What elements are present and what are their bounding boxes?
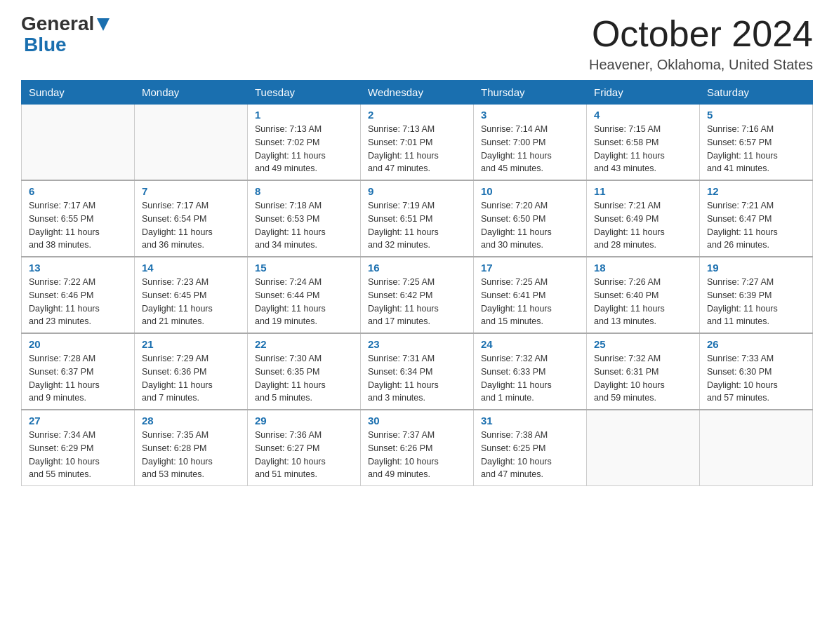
day-info: Sunrise: 7:22 AM Sunset: 6:46 PM Dayligh…	[29, 276, 127, 328]
calendar-cell	[22, 105, 135, 181]
calendar-cell: 12Sunrise: 7:21 AM Sunset: 6:47 PM Dayli…	[700, 180, 813, 257]
day-info: Sunrise: 7:14 AM Sunset: 7:00 PM Dayligh…	[481, 123, 579, 175]
page-header: General Blue October 2024 Heavener, Okla…	[21, 14, 813, 73]
day-number: 10	[481, 185, 579, 197]
day-info: Sunrise: 7:20 AM Sunset: 6:50 PM Dayligh…	[481, 199, 579, 252]
calendar-cell	[700, 410, 813, 486]
calendar-cell: 17Sunrise: 7:25 AM Sunset: 6:41 PM Dayli…	[474, 257, 587, 333]
day-number: 25	[594, 338, 692, 350]
day-info: Sunrise: 7:17 AM Sunset: 6:54 PM Dayligh…	[142, 199, 240, 252]
day-number: 13	[29, 262, 127, 274]
day-number: 28	[142, 415, 240, 427]
calendar-cell: 30Sunrise: 7:37 AM Sunset: 6:26 PM Dayli…	[361, 410, 474, 486]
calendar-cell: 10Sunrise: 7:20 AM Sunset: 6:50 PM Dayli…	[474, 180, 587, 257]
calendar-cell: 11Sunrise: 7:21 AM Sunset: 6:49 PM Dayli…	[587, 180, 700, 257]
location-text: Heavener, Oklahoma, United States	[589, 57, 813, 73]
day-info: Sunrise: 7:32 AM Sunset: 6:31 PM Dayligh…	[594, 352, 692, 405]
day-number: 31	[481, 415, 579, 427]
calendar-cell: 23Sunrise: 7:31 AM Sunset: 6:34 PM Dayli…	[361, 333, 474, 410]
calendar-cell: 18Sunrise: 7:26 AM Sunset: 6:40 PM Dayli…	[587, 257, 700, 333]
day-info: Sunrise: 7:21 AM Sunset: 6:49 PM Dayligh…	[594, 199, 692, 252]
day-number: 4	[594, 109, 692, 121]
day-number: 12	[707, 185, 805, 197]
day-info: Sunrise: 7:32 AM Sunset: 6:33 PM Dayligh…	[481, 352, 579, 405]
day-info: Sunrise: 7:13 AM Sunset: 7:01 PM Dayligh…	[368, 123, 466, 175]
calendar-cell: 20Sunrise: 7:28 AM Sunset: 6:37 PM Dayli…	[22, 333, 135, 410]
day-info: Sunrise: 7:30 AM Sunset: 6:35 PM Dayligh…	[255, 352, 353, 405]
day-number: 24	[481, 338, 579, 350]
calendar-cell: 1Sunrise: 7:13 AM Sunset: 7:02 PM Daylig…	[248, 105, 361, 181]
calendar-cell: 27Sunrise: 7:34 AM Sunset: 6:29 PM Dayli…	[22, 410, 135, 486]
calendar-cell: 14Sunrise: 7:23 AM Sunset: 6:45 PM Dayli…	[135, 257, 248, 333]
day-info: Sunrise: 7:34 AM Sunset: 6:29 PM Dayligh…	[29, 429, 127, 481]
calendar-cell: 13Sunrise: 7:22 AM Sunset: 6:46 PM Dayli…	[22, 257, 135, 333]
col-sunday: Sunday	[22, 81, 135, 105]
day-info: Sunrise: 7:37 AM Sunset: 6:26 PM Dayligh…	[368, 429, 466, 481]
day-number: 7	[142, 185, 240, 197]
day-info: Sunrise: 7:13 AM Sunset: 7:02 PM Dayligh…	[255, 123, 353, 175]
day-number: 19	[707, 262, 805, 274]
logo-arrow-icon	[95, 17, 111, 32]
calendar-table: Sunday Monday Tuesday Wednesday Thursday…	[21, 80, 813, 486]
calendar-cell: 31Sunrise: 7:38 AM Sunset: 6:25 PM Dayli…	[474, 410, 587, 486]
day-info: Sunrise: 7:24 AM Sunset: 6:44 PM Dayligh…	[255, 276, 353, 328]
col-saturday: Saturday	[700, 81, 813, 105]
title-section: October 2024 Heavener, Oklahoma, United …	[589, 14, 813, 73]
calendar-cell	[135, 105, 248, 181]
col-wednesday: Wednesday	[361, 81, 474, 105]
day-number: 21	[142, 338, 240, 350]
calendar-week-row: 13Sunrise: 7:22 AM Sunset: 6:46 PM Dayli…	[22, 257, 813, 333]
day-number: 26	[707, 338, 805, 350]
calendar-cell: 5Sunrise: 7:16 AM Sunset: 6:57 PM Daylig…	[700, 105, 813, 181]
calendar-cell: 7Sunrise: 7:17 AM Sunset: 6:54 PM Daylig…	[135, 180, 248, 257]
calendar-cell: 8Sunrise: 7:18 AM Sunset: 6:53 PM Daylig…	[248, 180, 361, 257]
day-info: Sunrise: 7:17 AM Sunset: 6:55 PM Dayligh…	[29, 199, 127, 252]
calendar-cell	[587, 410, 700, 486]
day-info: Sunrise: 7:27 AM Sunset: 6:39 PM Dayligh…	[707, 276, 805, 328]
day-number: 16	[368, 262, 466, 274]
month-title: October 2024	[589, 14, 813, 54]
day-info: Sunrise: 7:21 AM Sunset: 6:47 PM Dayligh…	[707, 199, 805, 252]
calendar-cell: 25Sunrise: 7:32 AM Sunset: 6:31 PM Dayli…	[587, 333, 700, 410]
day-info: Sunrise: 7:33 AM Sunset: 6:30 PM Dayligh…	[707, 352, 805, 405]
calendar-cell: 29Sunrise: 7:36 AM Sunset: 6:27 PM Dayli…	[248, 410, 361, 486]
calendar-cell: 26Sunrise: 7:33 AM Sunset: 6:30 PM Dayli…	[700, 333, 813, 410]
day-info: Sunrise: 7:26 AM Sunset: 6:40 PM Dayligh…	[594, 276, 692, 328]
calendar-header-row: Sunday Monday Tuesday Wednesday Thursday…	[22, 81, 813, 105]
day-number: 23	[368, 338, 466, 350]
calendar-cell: 3Sunrise: 7:14 AM Sunset: 7:00 PM Daylig…	[474, 105, 587, 181]
day-info: Sunrise: 7:25 AM Sunset: 6:42 PM Dayligh…	[368, 276, 466, 328]
day-number: 30	[368, 415, 466, 427]
day-number: 2	[368, 109, 466, 121]
day-number: 27	[29, 415, 127, 427]
calendar-cell: 15Sunrise: 7:24 AM Sunset: 6:44 PM Dayli…	[248, 257, 361, 333]
day-info: Sunrise: 7:15 AM Sunset: 6:58 PM Dayligh…	[594, 123, 692, 175]
day-number: 20	[29, 338, 127, 350]
day-info: Sunrise: 7:31 AM Sunset: 6:34 PM Dayligh…	[368, 352, 466, 405]
day-info: Sunrise: 7:38 AM Sunset: 6:25 PM Dayligh…	[481, 429, 579, 481]
day-info: Sunrise: 7:16 AM Sunset: 6:57 PM Dayligh…	[707, 123, 805, 175]
day-info: Sunrise: 7:25 AM Sunset: 6:41 PM Dayligh…	[481, 276, 579, 328]
day-info: Sunrise: 7:35 AM Sunset: 6:28 PM Dayligh…	[142, 429, 240, 481]
col-tuesday: Tuesday	[248, 81, 361, 105]
calendar-week-row: 27Sunrise: 7:34 AM Sunset: 6:29 PM Dayli…	[22, 410, 813, 486]
day-number: 22	[255, 338, 353, 350]
logo: General Blue	[21, 14, 111, 56]
day-number: 18	[594, 262, 692, 274]
day-info: Sunrise: 7:23 AM Sunset: 6:45 PM Dayligh…	[142, 276, 240, 328]
calendar-cell: 4Sunrise: 7:15 AM Sunset: 6:58 PM Daylig…	[587, 105, 700, 181]
calendar-cell: 6Sunrise: 7:17 AM Sunset: 6:55 PM Daylig…	[22, 180, 135, 257]
col-thursday: Thursday	[474, 81, 587, 105]
day-number: 3	[481, 109, 579, 121]
day-info: Sunrise: 7:28 AM Sunset: 6:37 PM Dayligh…	[29, 352, 127, 405]
col-monday: Monday	[135, 81, 248, 105]
day-info: Sunrise: 7:29 AM Sunset: 6:36 PM Dayligh…	[142, 352, 240, 405]
day-number: 14	[142, 262, 240, 274]
calendar-cell: 28Sunrise: 7:35 AM Sunset: 6:28 PM Dayli…	[135, 410, 248, 486]
logo-blue-text: Blue	[24, 34, 67, 55]
calendar-cell: 9Sunrise: 7:19 AM Sunset: 6:51 PM Daylig…	[361, 180, 474, 257]
day-number: 15	[255, 262, 353, 274]
calendar-cell: 22Sunrise: 7:30 AM Sunset: 6:35 PM Dayli…	[248, 333, 361, 410]
calendar-week-row: 6Sunrise: 7:17 AM Sunset: 6:55 PM Daylig…	[22, 180, 813, 257]
calendar-cell: 24Sunrise: 7:32 AM Sunset: 6:33 PM Dayli…	[474, 333, 587, 410]
